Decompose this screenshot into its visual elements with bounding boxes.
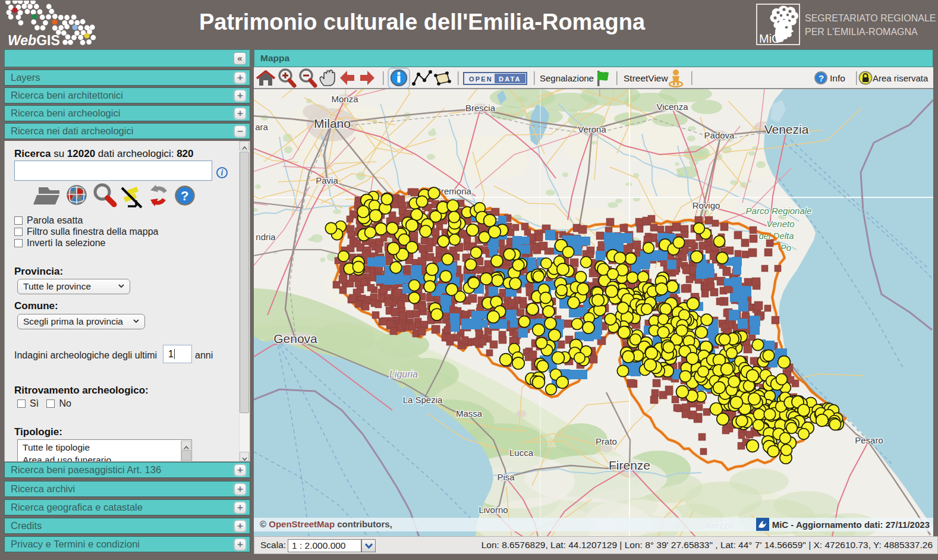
svg-text:ara: ara — [255, 122, 268, 132]
svg-text:Parco Regionale: Parco Regionale — [746, 206, 812, 216]
svg-text:?: ? — [819, 73, 824, 83]
svg-text:Venezia: Venezia — [764, 122, 809, 136]
svg-text:DATA: DATA — [499, 75, 521, 83]
svg-text:Lucca: Lucca — [509, 448, 534, 458]
svg-text:MiC: MiC — [759, 32, 780, 45]
svg-text:La Spezia: La Spezia — [403, 395, 443, 405]
svg-text:Veneto: Veneto — [767, 219, 795, 229]
svg-text:OPEN: OPEN — [469, 75, 493, 83]
svg-text:Pisa: Pisa — [497, 472, 515, 482]
svg-text:Monza: Monza — [331, 94, 358, 104]
svg-text:Liguria: Liguria — [389, 369, 418, 379]
svg-text:Padova: Padova — [704, 130, 735, 140]
svg-text:Genova: Genova — [273, 332, 317, 345]
svg-text:Pesaro: Pesaro — [855, 435, 883, 445]
svg-text:Verona: Verona — [578, 124, 606, 134]
svg-text:Vicenza: Vicenza — [656, 102, 688, 112]
svg-text:Firenze: Firenze — [609, 458, 650, 472]
svg-text:Milano: Milano — [314, 117, 351, 130]
svg-text:Pavia: Pavia — [316, 175, 338, 185]
svg-text:Prato: Prato — [596, 436, 617, 446]
svg-text:Segnalazione: Segnalazione — [540, 73, 594, 83]
svg-text:Brescia: Brescia — [465, 103, 496, 113]
svg-text:Livorno: Livorno — [479, 505, 508, 515]
svg-text:ndria: ndria — [256, 232, 276, 242]
svg-text:Massa: Massa — [456, 408, 483, 419]
svg-text:Info: Info — [830, 73, 845, 83]
svg-text:?: ? — [181, 188, 188, 203]
svg-text:Area riservata: Area riservata — [873, 73, 928, 83]
svg-text:StreetView: StreetView — [624, 73, 668, 83]
svg-text:Rovigo: Rovigo — [693, 200, 720, 210]
